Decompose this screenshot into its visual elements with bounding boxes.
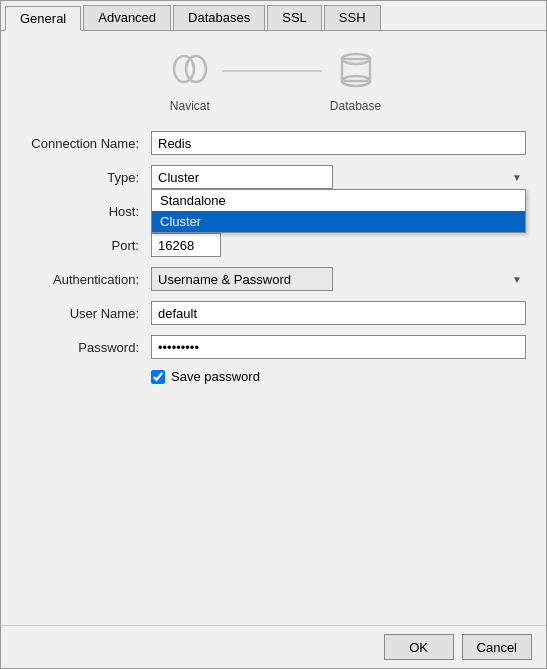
port-row: Port: (21, 233, 526, 257)
icon-section: Navicat Database (21, 47, 526, 113)
type-dropdown-popup: Standalone Cluster (151, 189, 526, 233)
tab-bar: General Advanced Databases SSL SSH (1, 1, 546, 31)
tab-advanced[interactable]: Advanced (83, 5, 171, 30)
tab-general[interactable]: General (5, 6, 81, 31)
cancel-button[interactable]: Cancel (462, 634, 532, 660)
type-label: Type: (21, 170, 151, 185)
database-icon-box: Database (330, 47, 381, 113)
tab-ssl[interactable]: SSL (267, 5, 322, 30)
username-row: User Name: (21, 301, 526, 325)
save-password-checkbox[interactable] (151, 370, 165, 384)
navicat-icon-box: Navicat (166, 47, 214, 113)
type-input[interactable] (151, 165, 333, 189)
username-label: User Name: (21, 306, 151, 321)
connection-name-row: Connection Name: (21, 131, 526, 155)
port-label: Port: (21, 238, 151, 253)
auth-dropdown-wrapper: ▼ (151, 267, 526, 291)
ok-button[interactable]: OK (384, 634, 454, 660)
auth-dropdown-arrow: ▼ (512, 274, 522, 285)
type-dropdown-arrow: ▼ (512, 172, 522, 183)
svg-point-0 (174, 56, 194, 82)
type-row: Type: ▼ Standalone Cluster (21, 165, 526, 189)
connection-name-label: Connection Name: (21, 136, 151, 151)
navicat-label: Navicat (170, 99, 210, 113)
tab-databases[interactable]: Databases (173, 5, 265, 30)
content-area: Navicat Database Connection Name: Type: (1, 31, 546, 625)
dialog: General Advanced Databases SSL SSH Navic… (0, 0, 547, 669)
auth-input[interactable] (151, 267, 333, 291)
port-input[interactable] (151, 233, 221, 257)
connection-name-input[interactable] (151, 131, 526, 155)
auth-row: Authentication: ▼ (21, 267, 526, 291)
svg-point-1 (186, 56, 206, 82)
username-input[interactable] (151, 301, 526, 325)
auth-label: Authentication: (21, 272, 151, 287)
footer: OK Cancel (1, 625, 546, 668)
database-icon (332, 47, 380, 95)
database-label: Database (330, 99, 381, 113)
type-dropdown-wrapper: ▼ Standalone Cluster (151, 165, 526, 189)
password-input[interactable] (151, 335, 526, 359)
option-standalone[interactable]: Standalone (152, 190, 525, 211)
password-label: Password: (21, 340, 151, 355)
tab-ssh[interactable]: SSH (324, 5, 381, 30)
save-password-row: Save password (151, 369, 526, 384)
password-row: Password: (21, 335, 526, 359)
connector-line (222, 70, 322, 72)
host-label: Host: (21, 204, 151, 219)
option-cluster[interactable]: Cluster (152, 211, 525, 232)
save-password-label: Save password (171, 369, 260, 384)
navicat-icon (166, 47, 214, 95)
